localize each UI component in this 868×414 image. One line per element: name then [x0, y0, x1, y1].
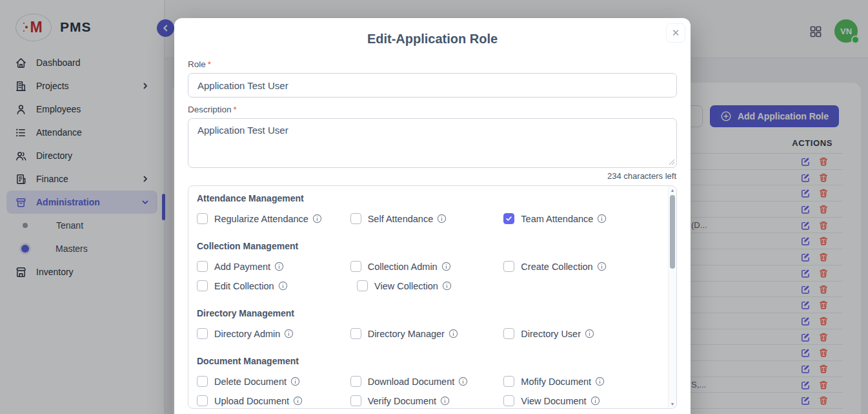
- permission-label: Upload Document: [214, 396, 289, 406]
- permission-section-directory-management: Directory ManagementDirectory AdminDirec…: [197, 308, 657, 341]
- checkbox-view-document[interactable]: [503, 395, 514, 406]
- permission-item-regularize-attendance: Regularize Attendance: [197, 213, 350, 224]
- permission-section-collection-management: Collection ManagementAdd PaymentCollecti…: [197, 241, 657, 293]
- permission-section-heading: Document Management: [197, 356, 657, 366]
- permission-label: View Collection: [374, 281, 438, 291]
- permission-label: Directory Admin: [214, 329, 280, 339]
- permission-label: Add Payment: [214, 262, 270, 272]
- info-icon[interactable]: [284, 329, 294, 338]
- permission-label: Create Collection: [521, 262, 592, 272]
- permission-label: Download Document: [368, 377, 455, 387]
- checkbox-upload-document[interactable]: [197, 395, 208, 406]
- required-asterisk: *: [234, 105, 237, 114]
- info-icon[interactable]: [274, 262, 284, 271]
- checkbox-delete-document[interactable]: [197, 376, 208, 387]
- checkbox-add-payment[interactable]: [197, 261, 208, 272]
- info-icon[interactable]: [437, 214, 447, 223]
- close-button[interactable]: ✕: [666, 23, 685, 43]
- permission-label: View Document: [521, 396, 586, 406]
- permission-row: Edit CollectionView Collection: [197, 278, 657, 293]
- permission-item-edit-collection: Edit Collection: [197, 280, 357, 291]
- permission-item-download-document: Download Document: [350, 376, 504, 387]
- permission-label: Verify Document: [368, 396, 436, 406]
- permission-item-create-collection: Create Collection: [503, 261, 657, 272]
- permission-item-add-payment: Add Payment: [197, 261, 350, 272]
- info-icon[interactable]: [290, 377, 300, 386]
- checkbox-mofify-document[interactable]: [503, 376, 514, 387]
- permission-label: Edit Collection: [214, 281, 274, 291]
- permission-label: Delete Document: [214, 377, 287, 387]
- permission-item-verify-document: Verify Document: [350, 395, 504, 406]
- info-icon[interactable]: [595, 377, 605, 386]
- checkbox-view-collection[interactable]: [357, 280, 368, 291]
- permission-section-document-management: Document ManagementDelete DocumentDownlo…: [197, 356, 657, 408]
- characters-left-counter: 234 characters left: [174, 171, 676, 181]
- info-icon[interactable]: [278, 281, 288, 291]
- permission-item-directory-manager: Directory Manager: [350, 328, 504, 339]
- info-icon[interactable]: [440, 396, 450, 406]
- permission-label: Directory Manager: [368, 329, 445, 339]
- app-root: M PMS DashboardProjectsEmployeesAttendan…: [0, 0, 868, 414]
- permission-label: Mofify Document: [521, 377, 591, 387]
- scrollbar-thumb[interactable]: [670, 195, 675, 269]
- role-input[interactable]: [188, 73, 677, 98]
- info-icon[interactable]: [449, 329, 458, 338]
- permission-label: Regularize Attendance: [214, 214, 308, 224]
- permission-label: Team Attendance: [521, 214, 593, 224]
- checkbox-team-attendance[interactable]: [503, 213, 514, 224]
- permission-row: Add PaymentCollection AdminCreate Collec…: [197, 259, 657, 274]
- info-icon[interactable]: [442, 281, 452, 291]
- checkbox-edit-collection[interactable]: [197, 280, 208, 291]
- permission-section-heading: Collection Management: [197, 241, 657, 251]
- permission-section-attendance-management: Attendance ManagementRegularize Attendan…: [197, 193, 657, 226]
- info-icon[interactable]: [590, 396, 600, 406]
- permission-row: Delete DocumentDownload DocumentMofify D…: [197, 374, 657, 389]
- info-icon[interactable]: [458, 377, 468, 386]
- permission-section-heading: Directory Management: [197, 308, 657, 318]
- permission-item-view-document: View Document: [503, 395, 657, 406]
- required-asterisk: *: [208, 59, 211, 69]
- permission-section-heading: Attendance Management: [197, 193, 657, 203]
- permission-row: Regularize AttendanceSelf AttendanceTeam…: [197, 211, 657, 226]
- checkbox-verify-document[interactable]: [350, 395, 361, 406]
- permission-item-directory-admin: Directory Admin: [197, 328, 350, 339]
- checkbox-directory-admin[interactable]: [197, 328, 208, 339]
- permission-item-self-attendance: Self Attendance: [350, 213, 504, 224]
- description-label: Description*: [188, 105, 691, 114]
- permission-item-delete-document: Delete Document: [197, 376, 350, 387]
- info-icon[interactable]: [585, 329, 594, 338]
- permissions-scrollbar[interactable]: ▲ ▼: [668, 186, 676, 408]
- permissions-sections: Attendance ManagementRegularize Attendan…: [188, 186, 676, 408]
- info-icon[interactable]: [597, 262, 607, 271]
- permission-row: Directory AdminDirectory ManagerDirector…: [197, 326, 657, 341]
- checkbox-download-document[interactable]: [350, 376, 361, 387]
- resize-grip-icon[interactable]: [669, 159, 675, 165]
- scroll-up-arrow[interactable]: ▲: [669, 188, 676, 192]
- role-label: Role*: [188, 59, 691, 69]
- checkbox-self-attendance[interactable]: [350, 213, 361, 224]
- info-icon[interactable]: [312, 214, 322, 223]
- scroll-down-arrow[interactable]: ▼: [669, 402, 676, 406]
- permission-item-team-attendance: Team Attendance: [503, 213, 657, 224]
- permission-row: Upload DocumentVerify DocumentView Docum…: [197, 393, 657, 408]
- permissions-panel: Attendance ManagementRegularize Attendan…: [188, 185, 677, 409]
- close-icon: ✕: [672, 27, 680, 39]
- modal-title: Edit-Application Role: [174, 32, 691, 47]
- permission-item-view-collection: View Collection: [357, 280, 517, 291]
- checkbox-directory-user[interactable]: [503, 328, 514, 339]
- permission-label: Directory User: [521, 329, 581, 339]
- checkbox-regularize-attendance[interactable]: [197, 213, 208, 224]
- info-icon[interactable]: [441, 262, 451, 271]
- edit-application-role-modal: Edit-Application Role ✕ Role* Descriptio…: [174, 18, 691, 414]
- checkbox-create-collection[interactable]: [503, 261, 514, 272]
- info-icon[interactable]: [597, 214, 607, 223]
- permission-item-directory-user: Directory User: [503, 328, 657, 339]
- checkbox-directory-manager[interactable]: [350, 328, 361, 339]
- permission-label: Self Attendance: [368, 214, 434, 224]
- permission-item-upload-document: Upload Document: [197, 395, 350, 406]
- permission-item-collection-admin: Collection Admin: [350, 261, 504, 272]
- info-icon[interactable]: [293, 396, 303, 406]
- description-textarea[interactable]: Application Test User: [188, 118, 677, 168]
- permission-label: Collection Admin: [368, 262, 438, 272]
- checkbox-collection-admin[interactable]: [350, 261, 361, 272]
